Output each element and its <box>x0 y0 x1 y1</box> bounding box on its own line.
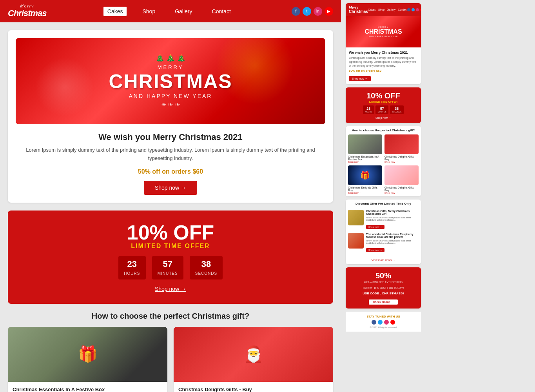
youtube-icon[interactable]: ▶ <box>325 7 333 16</box>
mini-gift-item-2: Christmas Delights Gifts - Buy Shop now … <box>384 134 419 163</box>
gift-title-2: Christmas Delights Gifts - Buy <box>178 387 328 392</box>
gift-image-2: 🎅 <box>174 327 333 382</box>
hero-shop-btn[interactable]: Shop now → <box>144 181 197 195</box>
countdown-hours: 23 HOURS <box>118 256 146 279</box>
mini-gift-link-3[interactable]: Shop now → <box>348 192 382 194</box>
mini-sale-line2: HURRY! IT'S JUST FOR TODAY! <box>350 286 417 290</box>
mini-logo: Merry Christmas <box>349 5 368 14</box>
hours-number: 23 <box>124 259 140 269</box>
mini-nav-contact[interactable]: Contact <box>398 8 407 11</box>
mini-banner-christmas: CHRISTMAS <box>365 28 402 35</box>
main-nav: Cakes Shop Gallery Contact <box>103 7 235 16</box>
mini-sale-banner: 50% 40% – 60% OFF EVERYTHING HURRY! IT'S… <box>346 267 421 309</box>
mini-sale-btn[interactable]: Check Online → <box>369 299 398 305</box>
mini-twitter-icon[interactable] <box>412 8 415 11</box>
mini-gift-link-4[interactable]: Shop now → <box>384 192 419 194</box>
footer-facebook-icon[interactable] <box>372 320 376 325</box>
mini-product-btn-2[interactable]: Shop Now → <box>366 248 384 252</box>
mini-gift-img-2 <box>384 134 419 154</box>
mini-nav-cakes[interactable]: Cakes <box>368 8 376 11</box>
mini-hero-title: We wish you Merry Christmas 2021 <box>349 51 418 54</box>
footer-youtube-icon[interactable] <box>390 320 395 325</box>
twitter-icon[interactable]: t <box>303 7 311 16</box>
mini-gift-title-1: Christmas Essentials In A Festive Box <box>348 155 382 161</box>
right-panel: Merry Christmas Cakes Shop Gallery Conta… <box>346 0 424 392</box>
nav-gallery[interactable]: Gallery <box>171 7 196 16</box>
banner-christmas-text: CHRISTMAS <box>109 70 232 93</box>
mini-instagram-icon[interactable] <box>416 8 419 11</box>
hero-offer: 50% off on orders $60 <box>16 168 325 175</box>
nav-contact[interactable]: Contact <box>208 7 235 16</box>
footer-instagram-icon[interactable] <box>384 320 389 325</box>
mini-discount-shop-link[interactable]: Shop now → <box>350 116 417 119</box>
mini-gift-link-2[interactable]: Shop now → <box>384 161 419 163</box>
mini-site-widget: Merry Christmas Cakes Shop Gallery Conta… <box>346 3 421 84</box>
hero-card: 🎄 🎄 🎄 MERRY CHRISTMAS AND HAPPY NEW YEAR… <box>8 30 333 203</box>
view-more-link[interactable]: View more deals → <box>372 259 395 261</box>
mini-nav-gallery[interactable]: Gallery <box>387 8 395 11</box>
mini-gift-img-1 <box>348 134 382 154</box>
view-more: View more deals → <box>346 254 421 264</box>
mini-product-desc-2: lorem dolor sit amet alicet placeo and a… <box>366 240 419 244</box>
gift-section: How to choose the perfect Christmas gift… <box>8 312 333 392</box>
mini-shop-btn[interactable]: Shop now → <box>349 76 371 81</box>
mini-gift-img-4 <box>384 165 419 185</box>
mini-gift-link-1[interactable]: Shop now → <box>348 161 382 163</box>
logo-christmas-text: Christmas <box>8 8 47 18</box>
site-header: Merry Christmas Cakes Shop Gallery Conta… <box>0 0 341 22</box>
facebook-icon[interactable]: f <box>292 7 300 16</box>
mini-sale-line1: 40% – 60% OFF EVERYTHING <box>350 280 417 285</box>
mini-gifts-widget: How to choose the perfect Christmas gift… <box>346 126 421 196</box>
mini-facebook-icon[interactable] <box>407 8 410 11</box>
mini-product-info-2: The wonderful Christmas Raspberry Mousse… <box>366 233 419 252</box>
gift-info-2: Christmas Delights Gifts - Buy Shop now … <box>174 382 333 392</box>
gift-image-1: 🎁 <box>8 327 167 382</box>
discount-percent: 10% OFF <box>16 222 325 243</box>
mini-product-2: The wonderful Christmas Raspberry Mousse… <box>346 231 421 254</box>
mini-gifts-title: How to choose the perfect Christmas gift… <box>346 126 421 134</box>
mini-product-desc-1: lorem dolor sit amet alicet placeo and a… <box>366 216 419 221</box>
nav-shop[interactable]: Shop <box>138 7 159 16</box>
mini-gift-title-2: Christmas Delights Gifts - Buy <box>384 155 419 161</box>
gift-grid: 🎁 Christmas Essentials In A Festive Box … <box>8 327 333 392</box>
mini-hero-content: We wish you Merry Christmas 2021 Lorem I… <box>346 47 421 84</box>
mini-sale-widget: 50% 40% – 60% OFF EVERYTHING HURRY! IT'S… <box>346 267 421 309</box>
banner-happy-text: AND HAPPY NEW YEAR <box>129 93 212 99</box>
mini-product-img-2 <box>348 233 364 249</box>
mini-discount-limited: LIMITED TIME OFFER <box>350 100 417 103</box>
countdown-timer: 23 HOURS 57 MINUTES 38 SECONDS <box>16 256 325 279</box>
mini-youtube-icon[interactable] <box>420 8 421 11</box>
hero-title: We wish you Merry Christmas 2021 <box>16 132 325 142</box>
minutes-number: 57 <box>158 259 178 269</box>
footer-twitter-icon[interactable] <box>378 320 383 325</box>
mini-product-info-1: Christmas Gifts, Merry Christmas Chocola… <box>366 210 419 229</box>
mini-header: Merry Christmas Cakes Shop Gallery Conta… <box>346 3 421 16</box>
site-logo: Merry Christmas <box>8 4 47 18</box>
footer-social <box>349 320 418 325</box>
banner-merry-text: MERRY <box>158 64 184 70</box>
mini-banner-happy: AND HAPPY NEW YEAR <box>369 35 398 38</box>
discount-limited: LIMITED TIME OFFER <box>16 243 325 250</box>
mini-products-widget: Discount Offer For Limited Time Only Chr… <box>346 200 421 264</box>
mini-product-img-1 <box>348 210 364 225</box>
mini-products-title: Discount Offer For Limited Time Only <box>346 200 421 208</box>
gift-card-1: 🎁 Christmas Essentials In A Festive Box … <box>8 327 167 392</box>
mini-hours: 23 HOURS <box>363 105 374 114</box>
mini-discount-widget: 10% OFF LIMITED TIME OFFER 23 HOURS 57 M… <box>346 87 421 123</box>
nav-cakes[interactable]: Cakes <box>103 7 127 16</box>
discount-shop-link[interactable]: Shop now → <box>16 286 325 292</box>
mini-nav-shop[interactable]: Shop <box>378 8 384 11</box>
countdown-minutes: 57 MINUTES <box>152 256 183 279</box>
gift-title-1: Christmas Essentials In A Festive Box <box>13 387 163 392</box>
mini-discount-banner: 10% OFF LIMITED TIME OFFER 23 HOURS 57 M… <box>346 87 421 123</box>
mini-gift-item-4: Christmas Delights Gifts - Buy Shop now … <box>384 165 419 194</box>
mini-gift-item-1: Christmas Essentials In A Festive Box Sh… <box>348 134 382 163</box>
mini-hero-offer: 50% off on orders $60 <box>349 69 418 73</box>
gift-info-1: Christmas Essentials In A Festive Box Sh… <box>8 382 167 392</box>
mini-product-btn-1[interactable]: Shop Now → <box>366 225 384 229</box>
instagram-icon[interactable]: in <box>314 7 322 16</box>
mini-hero-banner: MERRY CHRISTMAS AND HAPPY NEW YEAR <box>346 16 421 47</box>
mini-social-icons <box>407 8 421 11</box>
footer-copyright: © 2021 All rights reserved <box>349 326 418 328</box>
discount-banner: 10% OFF LIMITED TIME OFFER 23 HOURS 57 M… <box>8 211 333 304</box>
